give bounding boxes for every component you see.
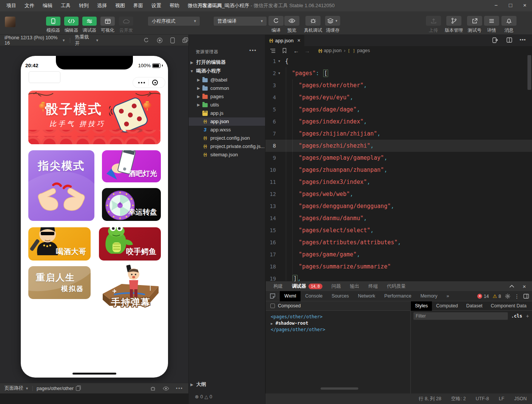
- code-line-2[interactable]: 2▾"pages": [: [265, 67, 532, 79]
- fold-chevron-icon[interactable]: ▾: [278, 67, 280, 79]
- code-line-14[interactable]: 14"pages/danmu/danmu",: [265, 212, 532, 224]
- tree-item-@babel[interactable]: ▶@babel: [189, 76, 265, 84]
- menu-工具[interactable]: 工具: [57, 0, 75, 11]
- hot-reload-toggle[interactable]: 热重载 开: [75, 34, 94, 47]
- explorer-more-icon[interactable]: •••: [249, 48, 257, 53]
- devtools-settings-icon[interactable]: [505, 293, 510, 299]
- tree-item-sitemap.json[interactable]: ▶{•}sitemap.json: [189, 151, 265, 159]
- menu-微信开发者工具[interactable]: 微信开发者工具: [184, 0, 226, 11]
- code-line-5[interactable]: 5"pages/dage/dage",: [265, 103, 532, 116]
- breadcrumb-node[interactable]: pages: [357, 48, 370, 53]
- right-消息[interactable]: 消息: [501, 16, 517, 34]
- editor-scrollbar[interactable]: [527, 55, 531, 90]
- code-line-15[interactable]: 15"pages/select/select",: [265, 224, 532, 236]
- panel-tab-调试器[interactable]: 调试器14, 8: [292, 283, 322, 290]
- split-editor-icon[interactable]: [506, 37, 512, 43]
- drinking-bro-card[interactable]: 喝酒大哥: [28, 227, 91, 261]
- warning-counter[interactable]: ⚠ 8: [493, 293, 501, 299]
- panel-tab-代码质量[interactable]: 代码质量: [387, 283, 406, 290]
- menu-文件[interactable]: 文件: [20, 0, 39, 11]
- code-line-18[interactable]: 18"pages/summarize/summarize": [265, 261, 532, 273]
- tree-item-pages[interactable]: ▶pages: [189, 93, 265, 101]
- right-测试号[interactable]: 测试号: [464, 16, 485, 34]
- right-详情[interactable]: 详情: [483, 16, 500, 34]
- toggle-调试器[interactable]: 调试器: [81, 17, 98, 34]
- devtools-tab-sources[interactable]: Sources: [327, 291, 353, 301]
- devtools-tab-network[interactable]: Network: [353, 291, 380, 301]
- problems-summary[interactable]: ⊗ 0 △ 0: [195, 394, 212, 399]
- dice-mode-banner[interactable]: 骰子模式 比手气 拼技巧: [28, 91, 160, 144]
- tree-item-utils[interactable]: ▶utils: [189, 101, 265, 109]
- error-counter[interactable]: × 14: [477, 294, 489, 299]
- code-line-19[interactable]: 19],: [265, 273, 532, 281]
- menu-项目[interactable]: 项目: [2, 0, 20, 11]
- right-上传[interactable]: 上传: [425, 16, 442, 34]
- tab-close-icon[interactable]: ×: [298, 37, 301, 43]
- restart-icon[interactable]: [143, 37, 149, 43]
- code-line-7[interactable]: 7"pages/zhijian/zhijian",: [265, 128, 532, 140]
- encoding-setting[interactable]: UTF-8: [476, 396, 489, 401]
- more-dots-icon[interactable]: [138, 82, 145, 83]
- cls-button[interactable]: .cls: [511, 313, 522, 319]
- minimize-button[interactable]: −: [489, 0, 503, 11]
- collapse-panel-icon[interactable]: [509, 285, 514, 288]
- style-tab-dataset[interactable]: Dataset: [462, 301, 487, 311]
- action-编译[interactable]: 编译: [268, 16, 284, 34]
- wxml-open-tag[interactable]: <pages/other/other>: [271, 314, 322, 319]
- code-line-13[interactable]: 13"pages/dengguang/dengguang",: [265, 200, 532, 212]
- code-line-10[interactable]: 10"pages/zhuanpan/zhuanpan",: [265, 164, 532, 176]
- toggle-可视化[interactable]: 可视化: [99, 17, 116, 34]
- wxml-shadow-root[interactable]: ▶ #shadow-root: [271, 321, 308, 326]
- capsule-close-icon[interactable]: [152, 80, 158, 85]
- style-tab-styles[interactable]: Styles: [411, 301, 432, 311]
- tree-item-project.private.config.js...[interactable]: ▶{•}project.private.config.js...: [189, 142, 265, 151]
- toggle-模拟器[interactable]: 模拟器: [45, 17, 62, 34]
- bug-icon[interactable]: [150, 385, 156, 392]
- horizontal-scrollbar[interactable]: [321, 387, 358, 390]
- outline-list-icon[interactable]: [270, 48, 276, 53]
- tree-item-common[interactable]: ▶common: [189, 84, 265, 93]
- bookmark-icon[interactable]: [282, 48, 287, 53]
- bar-light-card[interactable]: 酒吧灯光: [102, 150, 161, 182]
- tree-item-app.wxss[interactable]: ▶3app.wxss: [189, 126, 265, 134]
- compile-mode-dropdown[interactable]: 普通编译▼: [214, 17, 267, 26]
- handheld-danmu-card[interactable]: 手持弹幕: [99, 264, 162, 311]
- fingertip-mode-card[interactable]: 指尖模式: [28, 150, 94, 221]
- code-line-17[interactable]: 17"pages/game/game",: [265, 248, 532, 261]
- tree-item-project.config.json[interactable]: ▶{•}project.config.json: [189, 134, 265, 142]
- open-editors-section[interactable]: ▶ 打开的编辑器: [189, 58, 265, 66]
- tree-item-app.js[interactable]: ▶JSapp.js: [189, 109, 265, 117]
- add-style-icon[interactable]: +: [526, 313, 529, 319]
- style-tab-component-data[interactable]: Component Data: [487, 301, 531, 311]
- dock-side-icon[interactable]: [523, 294, 529, 299]
- stop-icon[interactable]: [157, 37, 163, 43]
- panel-tab-构建[interactable]: 构建: [273, 283, 283, 290]
- style-tab-computed[interactable]: Computed: [432, 301, 462, 311]
- devtools-tab-performance[interactable]: Performance: [380, 291, 416, 301]
- panel-tab-终端[interactable]: 终端: [369, 283, 378, 290]
- close-button[interactable]: ×: [518, 0, 532, 11]
- wxml-close-tag[interactable]: </pages/other/other>: [271, 327, 325, 332]
- action-真机调试[interactable]: 真机调试: [302, 16, 324, 34]
- code-line-9[interactable]: 9"pages/gameplay/gameplay",: [265, 152, 532, 164]
- inspect-element-icon[interactable]: [270, 293, 276, 299]
- devtools-more-icon[interactable]: ⋮: [514, 293, 520, 299]
- outline-section[interactable]: ▶ 大纲: [189, 381, 265, 388]
- devtools-tab-memory[interactable]: Memory: [416, 291, 442, 301]
- code-line-4[interactable]: 4"pages/eyu/eyu",: [265, 91, 532, 103]
- panel-tab-问题[interactable]: 问题: [332, 283, 341, 290]
- menu-选择[interactable]: 选择: [93, 0, 111, 11]
- code-area[interactable]: 1▾{2▾"pages": [3"pages/other/other",4"pa…: [265, 55, 532, 281]
- close-panel-icon[interactable]: ×: [523, 283, 526, 290]
- restart-life-card[interactable]: 重启人生 模拟器: [28, 266, 91, 299]
- code-line-3[interactable]: 3"pages/other/other",: [265, 79, 532, 91]
- biting-crocodile-card[interactable]: 咬手鳄鱼: [99, 227, 161, 261]
- code-line-1[interactable]: 1▾{: [265, 55, 532, 67]
- user-avatar[interactable]: [5, 17, 15, 27]
- menu-编辑[interactable]: 编辑: [39, 0, 57, 11]
- lucky-wheel-card[interactable]: 幸运转盘: [102, 188, 161, 221]
- editor-more-icon[interactable]: •••: [520, 37, 526, 43]
- tab-app-json[interactable]: {•} app.json ×: [265, 35, 304, 46]
- language-mode[interactable]: JSON: [514, 396, 527, 401]
- maximize-button[interactable]: □: [503, 0, 518, 11]
